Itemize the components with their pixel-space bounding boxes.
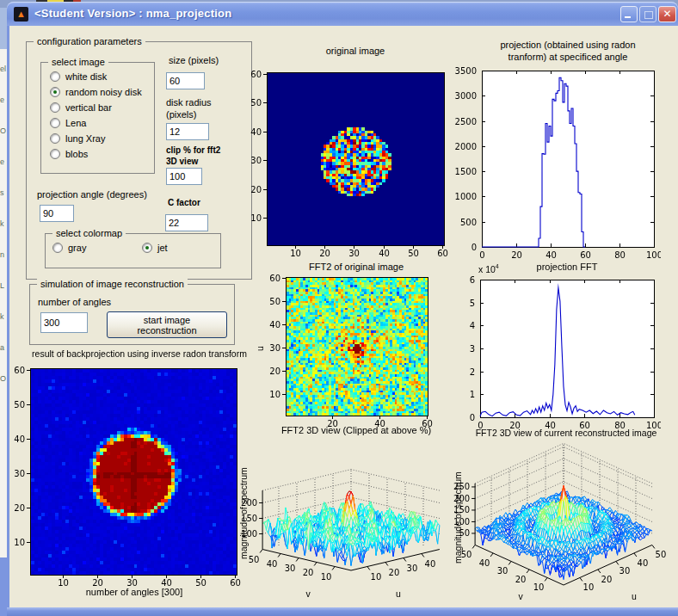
radio-random-noisy-disk[interactable]: random noisy disk [50, 86, 154, 98]
radio-icon[interactable] [50, 87, 60, 97]
disk-radius-input[interactable] [166, 123, 209, 140]
fft2-ylabel: u [255, 346, 265, 351]
backprojection-xlabel: number of angles [300] [31, 587, 237, 597]
c-factor-label: C factor [168, 198, 200, 207]
maximize-icon [644, 11, 653, 19]
c-factor-input[interactable] [165, 214, 208, 231]
original-image-plot [248, 67, 454, 258]
radio-icon[interactable] [50, 118, 60, 128]
disk-radius-label-2: (pixels) [166, 109, 196, 120]
radio-blobs[interactable]: blobs [50, 148, 154, 160]
backprojection-plot [13, 363, 254, 590]
radio-label: white disk [65, 71, 107, 82]
projection-title-line1: projection (obtained using radon [465, 40, 671, 50]
radio-jet[interactable]: jet [142, 242, 168, 254]
size-label: size (pixels) [169, 55, 219, 65]
mesh2-vlabel: v [515, 591, 526, 601]
original-image-title: original image [269, 46, 441, 56]
projection-fft-title: projection FFT [481, 262, 653, 272]
minimize-button[interactable] [620, 6, 638, 22]
select-colormap-legend: select colormap [52, 228, 126, 238]
projection-angle-label: projection angle (degrees) [37, 189, 147, 200]
radio-label: random noisy disk [65, 87, 142, 97]
radio-gray[interactable]: gray [52, 242, 86, 254]
fft2-plot [258, 272, 441, 428]
fft2-3d-mesh-plot [239, 441, 465, 610]
radio-icon[interactable] [52, 243, 63, 253]
projection-fft-plot [454, 263, 661, 435]
matlab-icon: ▲ [14, 7, 28, 22]
radio-label: lung Xray [65, 133, 105, 144]
mesh1-zlabel: magnitude of spectrum [238, 467, 249, 559]
mesh2-zlabel: magnitude of spectrum [453, 471, 463, 564]
projection-fft-exponent: x 104 [478, 263, 499, 274]
radio-icon[interactable] [50, 71, 60, 82]
clip-input[interactable] [166, 168, 202, 185]
radio-icon[interactable] [50, 133, 60, 144]
radio-lena[interactable]: Lena [50, 117, 154, 129]
radio-icon[interactable] [50, 149, 60, 159]
disk-radius-label-1: disk radius [166, 97, 212, 108]
minimize-icon [625, 16, 631, 18]
radio-icon[interactable] [142, 243, 152, 253]
reconstructed-3d-mesh-plot [453, 439, 678, 614]
fft2-title: FFT2 of original image [270, 262, 442, 272]
radio-label: Lena [65, 118, 86, 128]
simulation-legend: simulation of image reconstruction [37, 279, 188, 289]
number-of-angles-label: number of angles [38, 297, 111, 307]
window-title: <Student Version> : nma_projection [34, 7, 231, 20]
mesh1-ulabel: u [393, 588, 404, 599]
mesh1-vlabel: v [303, 588, 313, 599]
radio-label: blobs [65, 149, 88, 159]
projection-fft-xlabel: FFT2 3D view of current reconstructed im… [453, 428, 678, 438]
backprojection-title: result of backprojection using inverse r… [17, 348, 262, 359]
clip-label-2: 3D view [166, 157, 198, 166]
clip-label-1: clip % for fft2 [166, 145, 220, 155]
radio-label: vertical bar [65, 102, 112, 113]
size-input[interactable] [166, 72, 205, 89]
radio-label: jet [157, 243, 168, 253]
projection-plot [454, 65, 661, 263]
select-image-legend: select image [48, 57, 108, 67]
radio-icon[interactable] [50, 102, 60, 113]
fft2-xlabel: FFT2 3D view (Clipped at above %) [253, 425, 459, 435]
number-of-angles-input[interactable] [40, 312, 88, 333]
close-button[interactable]: ✕ [658, 6, 676, 22]
radio-vertical-bar[interactable]: vertical bar [50, 102, 154, 114]
radio-label: gray [68, 243, 86, 253]
radio-white-disk[interactable]: white disk [50, 71, 154, 83]
projection-angle-input[interactable] [40, 205, 74, 222]
configuration-parameters-legend: configuration parameters [34, 36, 145, 46]
radio-lung-xray[interactable]: lung Xray [50, 132, 154, 145]
select-colormap-group: select colormap gray jet [45, 233, 221, 268]
start-reconstruction-button[interactable]: start image reconstruction [107, 311, 227, 338]
projection-title-line2: tranform) at specificed angle [465, 52, 671, 62]
select-image-group: select image white disk random noisy dis… [40, 62, 155, 174]
maximize-button[interactable] [639, 6, 656, 22]
mesh2-ulabel: u [629, 591, 639, 601]
